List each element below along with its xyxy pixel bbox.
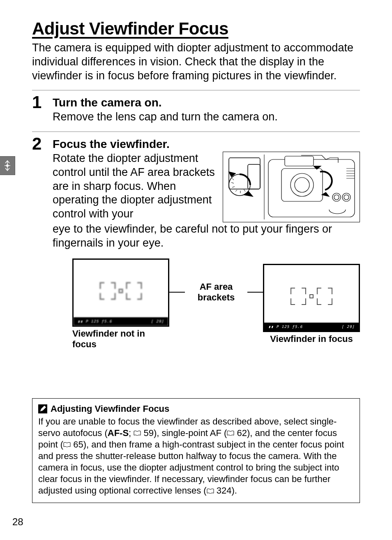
step-text: Rotate the diopter adjustment control un… bbox=[53, 152, 218, 222]
page-title: Adjust Viewfinder Focus bbox=[32, 19, 360, 39]
viewfinder-not-focused: ▮▮ P 125 ƒ5.6 [ 29] bbox=[72, 258, 169, 327]
step-title: Focus the viewfinder. bbox=[53, 138, 360, 151]
divider bbox=[32, 132, 360, 132]
af-brackets-label: AF area brackets bbox=[185, 282, 247, 303]
book-icon bbox=[134, 431, 141, 436]
book-icon bbox=[63, 442, 71, 447]
step-number: 1 bbox=[32, 94, 45, 124]
vf-readout-right: [ 29] bbox=[341, 325, 355, 329]
note-body: If you are unable to focus the viewfinde… bbox=[38, 416, 354, 497]
svg-rect-26 bbox=[119, 289, 122, 293]
vf-readout-left: ▮▮ P 125 ƒ5.6 bbox=[268, 325, 302, 329]
svg-rect-13 bbox=[285, 156, 314, 166]
caption-not-focused: Viewfinder not in focus bbox=[72, 328, 169, 350]
book-icon bbox=[207, 489, 214, 494]
step-number: 2 bbox=[32, 135, 45, 350]
camera-illustration bbox=[223, 152, 360, 222]
book-icon bbox=[227, 431, 234, 436]
vf-readout-right: [ 29] bbox=[151, 319, 164, 323]
vf-readout-left: ▮▮ P 125 ƒ5.6 bbox=[78, 319, 112, 323]
caption-focused: Viewfinder in focus bbox=[270, 334, 353, 344]
svg-point-0 bbox=[6, 164, 9, 167]
svg-rect-27 bbox=[310, 295, 313, 298]
pencil-icon bbox=[38, 404, 47, 413]
page-number: 28 bbox=[12, 516, 23, 528]
step-title: Turn the camera on. bbox=[53, 96, 360, 109]
note-title: Adjusting Viewfinder Focus bbox=[51, 404, 169, 414]
step-1: 1 Turn the camera on. Remove the lens ca… bbox=[32, 94, 360, 124]
side-tab-icon bbox=[0, 156, 15, 175]
step-text-continued: eye to the viewfinder, be careful not to… bbox=[53, 222, 360, 250]
step-text: Remove the lens cap and turn the camera … bbox=[53, 110, 360, 124]
viewfinder-focused: ▮▮ P 125 ƒ5.6 [ 29] bbox=[263, 264, 360, 332]
intro-paragraph: The camera is equipped with diopter adju… bbox=[32, 41, 360, 83]
note-box: Adjusting Viewfinder Focus If you are un… bbox=[32, 398, 360, 503]
step-2: 2 Focus the viewfinder. Rotate the diopt… bbox=[32, 135, 360, 350]
viewfinder-comparison: ▮▮ P 125 ƒ5.6 [ 29] Viewfinder not in fo… bbox=[72, 258, 360, 350]
divider bbox=[32, 90, 360, 90]
